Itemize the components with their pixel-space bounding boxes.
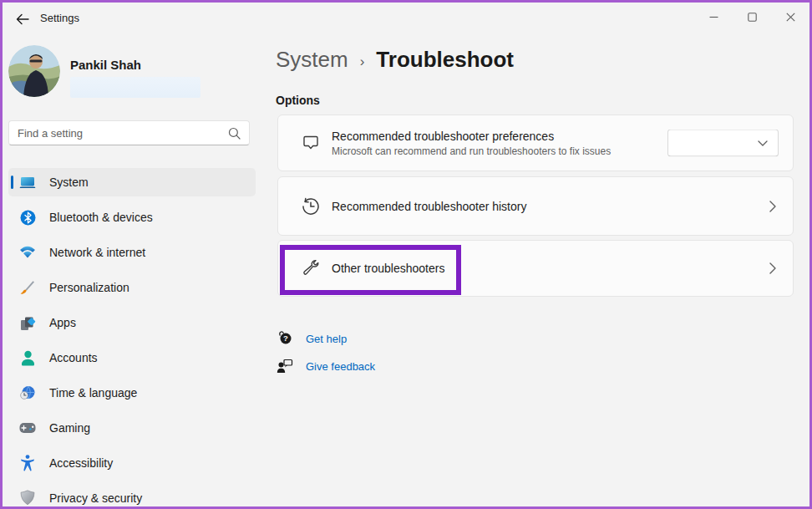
give-feedback-icon <box>276 359 294 374</box>
sidebar-item-label: System <box>49 176 89 189</box>
close-icon <box>786 13 795 22</box>
card-other-troubleshooters[interactable]: Other troubleshooters <box>277 240 794 297</box>
bluetooth-icon <box>19 209 36 226</box>
comment-bubble-icon <box>301 134 321 152</box>
chevron-down-icon <box>758 140 768 146</box>
sidebar-item-network-internet[interactable]: Network & internet <box>8 238 256 267</box>
close-button[interactable] <box>771 3 809 31</box>
sidebar-item-gaming[interactable]: Gaming <box>8 414 256 442</box>
sidebar-item-label: Apps <box>49 316 76 329</box>
time-language-icon <box>19 384 36 401</box>
sidebar-item-label: Accounts <box>49 351 98 364</box>
sidebar-item-accessibility[interactable]: Accessibility <box>8 449 256 477</box>
card-title: Other troubleshooters <box>332 262 444 275</box>
sidebar-item-label: Accessibility <box>49 456 113 470</box>
wrench-icon <box>301 258 321 278</box>
minimize-button[interactable] <box>694 3 733 31</box>
sidebar-item-time-language[interactable]: Time & language <box>8 379 256 407</box>
account-info-placeholder <box>70 77 200 98</box>
breadcrumb-separator-icon: › <box>360 50 365 70</box>
breadcrumb: System › Troubleshoot <box>276 47 514 73</box>
sidebar-item-personalization[interactable]: Personalization <box>8 273 256 302</box>
search-icon <box>228 127 241 140</box>
options-section-label: Options <box>276 94 320 107</box>
search-input[interactable] <box>18 127 228 140</box>
sidebar-item-label: Gaming <box>49 421 90 435</box>
sidebar-item-label: Time & language <box>49 386 137 400</box>
history-icon <box>301 196 321 216</box>
apps-icon <box>19 314 36 331</box>
sidebar-item-label: Network & internet <box>49 246 145 259</box>
get-help-icon: ? <box>276 330 294 347</box>
sidebar-item-label: Bluetooth & devices <box>49 211 153 224</box>
maximize-icon <box>748 13 757 22</box>
accessibility-icon <box>19 455 36 471</box>
profile-name: Pankil Shah <box>70 58 141 72</box>
card-title: Recommended troubleshooter history <box>332 200 526 213</box>
minimize-icon <box>709 13 718 22</box>
sidebar-item-system[interactable]: System <box>8 168 256 196</box>
back-button[interactable] <box>12 8 33 30</box>
page-title: Troubleshoot <box>376 47 514 73</box>
sidebar-item-privacy-security[interactable]: Privacy & security <box>8 484 256 509</box>
sidebar-item-apps[interactable]: Apps <box>8 308 256 337</box>
sidebar-item-label: Personalization <box>49 281 129 294</box>
preferences-dropdown[interactable] <box>667 130 779 157</box>
gaming-icon <box>19 420 36 436</box>
avatar-photo <box>8 45 60 97</box>
back-arrow-icon <box>16 13 29 25</box>
privacy-security-icon <box>19 490 36 506</box>
card-recommended-troubleshooter-preferences[interactable]: Recommended troubleshooter preferences M… <box>277 115 794 171</box>
personalization-icon <box>19 279 36 296</box>
breadcrumb-parent[interactable]: System <box>276 47 348 73</box>
sidebar-item-label: Privacy & security <box>49 491 142 505</box>
chevron-right-icon <box>769 201 776 212</box>
sidebar-item-bluetooth-devices[interactable]: Bluetooth & devices <box>8 203 256 232</box>
card-recommended-troubleshooter-history[interactable]: Recommended troubleshooter history <box>277 176 794 236</box>
sidebar-nav: System Bluetooth & devices Network <box>8 168 256 509</box>
accounts-icon <box>19 349 36 366</box>
card-subtitle: Microsoft can recommend and run troubles… <box>332 145 611 157</box>
sidebar-item-accounts[interactable]: Accounts <box>8 344 256 372</box>
get-help-link[interactable]: ? Get help <box>276 330 347 347</box>
system-icon <box>19 174 36 191</box>
card-title: Recommended troubleshooter preferences <box>332 130 611 143</box>
avatar[interactable] <box>8 45 60 97</box>
search-box[interactable] <box>8 120 250 145</box>
settings-window: Settings <box>0 0 812 509</box>
window-title: Settings <box>40 12 79 24</box>
give-feedback-link[interactable]: Give feedback <box>276 359 375 374</box>
maximize-button[interactable] <box>733 3 771 31</box>
network-icon <box>19 244 36 261</box>
give-feedback-label[interactable]: Give feedback <box>306 360 375 373</box>
titlebar: Settings <box>3 3 809 36</box>
get-help-label[interactable]: Get help <box>306 333 347 345</box>
chevron-right-icon <box>769 262 776 274</box>
svg-text:?: ? <box>283 333 288 343</box>
